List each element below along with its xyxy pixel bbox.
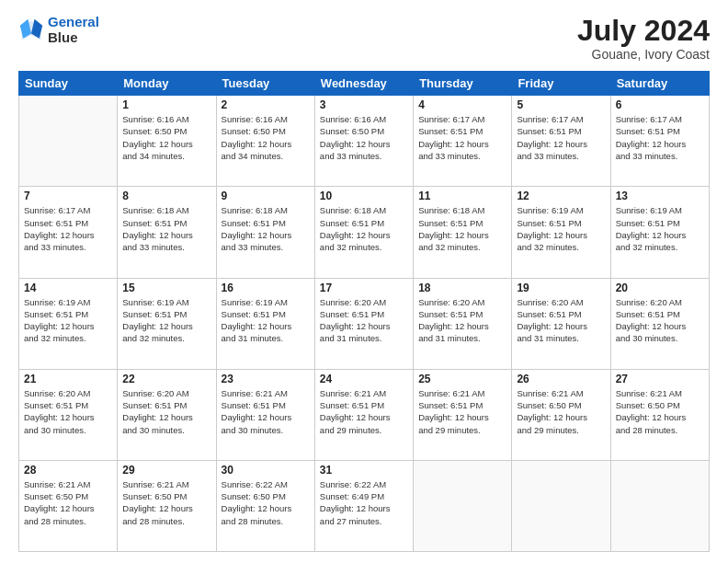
day-header-thursday: Thursday bbox=[414, 72, 512, 96]
day-info: Sunrise: 6:20 AM Sunset: 6:51 PM Dayligh… bbox=[320, 296, 408, 345]
calendar-cell bbox=[610, 460, 709, 551]
day-info: Sunrise: 6:17 AM Sunset: 6:51 PM Dayligh… bbox=[418, 113, 506, 162]
day-number: 21 bbox=[24, 373, 112, 385]
day-number: 2 bbox=[222, 98, 310, 111]
calendar-cell: 4Sunrise: 6:17 AM Sunset: 6:51 PM Daylig… bbox=[414, 96, 512, 187]
day-number: 20 bbox=[616, 282, 704, 294]
calendar-cell: 24Sunrise: 6:21 AM Sunset: 6:51 PM Dayli… bbox=[314, 369, 413, 460]
calendar-cell: 23Sunrise: 6:21 AM Sunset: 6:51 PM Dayli… bbox=[216, 369, 314, 460]
page: General Blue July 2024 Gouane, Ivory Coa… bbox=[0, 0, 728, 563]
day-info: Sunrise: 6:18 AM Sunset: 6:51 PM Dayligh… bbox=[122, 204, 210, 253]
day-number: 5 bbox=[517, 98, 605, 111]
day-number: 14 bbox=[24, 282, 112, 294]
day-info: Sunrise: 6:21 AM Sunset: 6:50 PM Dayligh… bbox=[122, 478, 210, 527]
day-number: 7 bbox=[24, 190, 112, 202]
day-info: Sunrise: 6:21 AM Sunset: 6:50 PM Dayligh… bbox=[24, 478, 112, 527]
calendar-cell: 31Sunrise: 6:22 AM Sunset: 6:49 PM Dayli… bbox=[314, 460, 413, 551]
main-title: July 2024 bbox=[577, 15, 710, 47]
week-row-3: 14Sunrise: 6:19 AM Sunset: 6:51 PM Dayli… bbox=[19, 278, 710, 369]
logo: General Blue bbox=[18, 15, 99, 45]
header: General Blue July 2024 Gouane, Ivory Coa… bbox=[18, 15, 710, 62]
calendar-table: SundayMondayTuesdayWednesdayThursdayFrid… bbox=[18, 71, 710, 552]
day-number: 15 bbox=[122, 282, 210, 294]
day-info: Sunrise: 6:18 AM Sunset: 6:51 PM Dayligh… bbox=[418, 204, 506, 253]
calendar-cell: 9Sunrise: 6:18 AM Sunset: 6:51 PM Daylig… bbox=[216, 187, 314, 278]
day-number: 8 bbox=[122, 190, 210, 202]
calendar-cell: 6Sunrise: 6:17 AM Sunset: 6:51 PM Daylig… bbox=[610, 96, 709, 187]
day-number: 11 bbox=[418, 190, 506, 202]
week-row-1: 1Sunrise: 6:16 AM Sunset: 6:50 PM Daylig… bbox=[19, 96, 710, 187]
calendar-cell: 18Sunrise: 6:20 AM Sunset: 6:51 PM Dayli… bbox=[414, 278, 512, 369]
day-info: Sunrise: 6:16 AM Sunset: 6:50 PM Dayligh… bbox=[122, 113, 210, 162]
calendar-cell: 20Sunrise: 6:20 AM Sunset: 6:51 PM Dayli… bbox=[610, 278, 709, 369]
day-number: 29 bbox=[122, 464, 210, 477]
calendar-cell: 21Sunrise: 6:20 AM Sunset: 6:51 PM Dayli… bbox=[19, 369, 118, 460]
day-info: Sunrise: 6:19 AM Sunset: 6:51 PM Dayligh… bbox=[122, 296, 210, 345]
day-number: 25 bbox=[418, 373, 506, 385]
calendar-cell: 12Sunrise: 6:19 AM Sunset: 6:51 PM Dayli… bbox=[512, 187, 610, 278]
day-number: 18 bbox=[418, 282, 506, 294]
day-header-tuesday: Tuesday bbox=[216, 72, 314, 96]
day-number: 10 bbox=[320, 190, 408, 202]
week-row-4: 21Sunrise: 6:20 AM Sunset: 6:51 PM Dayli… bbox=[19, 369, 710, 460]
day-header-friday: Friday bbox=[512, 72, 610, 96]
calendar-cell bbox=[19, 96, 118, 187]
day-info: Sunrise: 6:17 AM Sunset: 6:51 PM Dayligh… bbox=[24, 204, 112, 253]
day-info: Sunrise: 6:20 AM Sunset: 6:51 PM Dayligh… bbox=[24, 387, 112, 436]
day-info: Sunrise: 6:16 AM Sunset: 6:50 PM Dayligh… bbox=[222, 113, 310, 162]
day-number: 19 bbox=[517, 282, 605, 294]
calendar-cell: 5Sunrise: 6:17 AM Sunset: 6:51 PM Daylig… bbox=[512, 96, 610, 187]
day-info: Sunrise: 6:19 AM Sunset: 6:51 PM Dayligh… bbox=[517, 204, 605, 253]
day-info: Sunrise: 6:20 AM Sunset: 6:51 PM Dayligh… bbox=[517, 296, 605, 345]
calendar-cell: 27Sunrise: 6:21 AM Sunset: 6:50 PM Dayli… bbox=[610, 369, 709, 460]
calendar-cell: 25Sunrise: 6:21 AM Sunset: 6:51 PM Dayli… bbox=[414, 369, 512, 460]
day-number: 9 bbox=[222, 190, 310, 202]
day-info: Sunrise: 6:21 AM Sunset: 6:51 PM Dayligh… bbox=[418, 387, 506, 436]
calendar-cell bbox=[512, 460, 610, 551]
day-info: Sunrise: 6:19 AM Sunset: 6:51 PM Dayligh… bbox=[222, 296, 310, 345]
calendar-cell: 13Sunrise: 6:19 AM Sunset: 6:51 PM Dayli… bbox=[610, 187, 709, 278]
day-info: Sunrise: 6:20 AM Sunset: 6:51 PM Dayligh… bbox=[418, 296, 506, 345]
title-block: July 2024 Gouane, Ivory Coast bbox=[577, 15, 710, 62]
day-info: Sunrise: 6:21 AM Sunset: 6:50 PM Dayligh… bbox=[517, 387, 605, 436]
day-info: Sunrise: 6:21 AM Sunset: 6:50 PM Dayligh… bbox=[616, 387, 704, 436]
day-number: 12 bbox=[517, 190, 605, 202]
calendar-cell: 17Sunrise: 6:20 AM Sunset: 6:51 PM Dayli… bbox=[314, 278, 413, 369]
day-number: 17 bbox=[320, 282, 408, 294]
day-number: 30 bbox=[222, 464, 310, 477]
calendar-cell: 22Sunrise: 6:20 AM Sunset: 6:51 PM Dayli… bbox=[118, 369, 216, 460]
day-info: Sunrise: 6:22 AM Sunset: 6:50 PM Dayligh… bbox=[222, 478, 310, 527]
day-info: Sunrise: 6:18 AM Sunset: 6:51 PM Dayligh… bbox=[222, 204, 310, 253]
calendar-cell: 7Sunrise: 6:17 AM Sunset: 6:51 PM Daylig… bbox=[19, 187, 118, 278]
logo-text: General Blue bbox=[48, 15, 99, 45]
day-info: Sunrise: 6:17 AM Sunset: 6:51 PM Dayligh… bbox=[517, 113, 605, 162]
day-number: 26 bbox=[517, 373, 605, 385]
day-number: 3 bbox=[320, 98, 408, 111]
week-row-5: 28Sunrise: 6:21 AM Sunset: 6:50 PM Dayli… bbox=[19, 460, 710, 551]
calendar-cell: 16Sunrise: 6:19 AM Sunset: 6:51 PM Dayli… bbox=[216, 278, 314, 369]
day-info: Sunrise: 6:20 AM Sunset: 6:51 PM Dayligh… bbox=[616, 296, 704, 345]
logo-icon bbox=[18, 17, 44, 43]
day-info: Sunrise: 6:21 AM Sunset: 6:51 PM Dayligh… bbox=[222, 387, 310, 436]
day-number: 22 bbox=[122, 373, 210, 385]
calendar-cell: 14Sunrise: 6:19 AM Sunset: 6:51 PM Dayli… bbox=[19, 278, 118, 369]
day-number: 23 bbox=[222, 373, 310, 385]
day-header-sunday: Sunday bbox=[19, 72, 118, 96]
day-number: 16 bbox=[222, 282, 310, 294]
day-number: 31 bbox=[320, 464, 408, 477]
day-number: 1 bbox=[122, 98, 210, 111]
day-info: Sunrise: 6:21 AM Sunset: 6:51 PM Dayligh… bbox=[320, 387, 408, 436]
day-info: Sunrise: 6:20 AM Sunset: 6:51 PM Dayligh… bbox=[122, 387, 210, 436]
day-header-saturday: Saturday bbox=[610, 72, 709, 96]
day-info: Sunrise: 6:19 AM Sunset: 6:51 PM Dayligh… bbox=[616, 204, 704, 253]
calendar-cell: 30Sunrise: 6:22 AM Sunset: 6:50 PM Dayli… bbox=[216, 460, 314, 551]
day-number: 4 bbox=[418, 98, 506, 111]
day-number: 27 bbox=[616, 373, 704, 385]
day-info: Sunrise: 6:18 AM Sunset: 6:51 PM Dayligh… bbox=[320, 204, 408, 253]
day-info: Sunrise: 6:22 AM Sunset: 6:49 PM Dayligh… bbox=[320, 478, 408, 527]
day-info: Sunrise: 6:16 AM Sunset: 6:50 PM Dayligh… bbox=[320, 113, 408, 162]
subtitle: Gouane, Ivory Coast bbox=[577, 47, 710, 62]
calendar-cell: 3Sunrise: 6:16 AM Sunset: 6:50 PM Daylig… bbox=[314, 96, 413, 187]
day-number: 6 bbox=[616, 98, 704, 111]
day-number: 28 bbox=[24, 464, 112, 477]
